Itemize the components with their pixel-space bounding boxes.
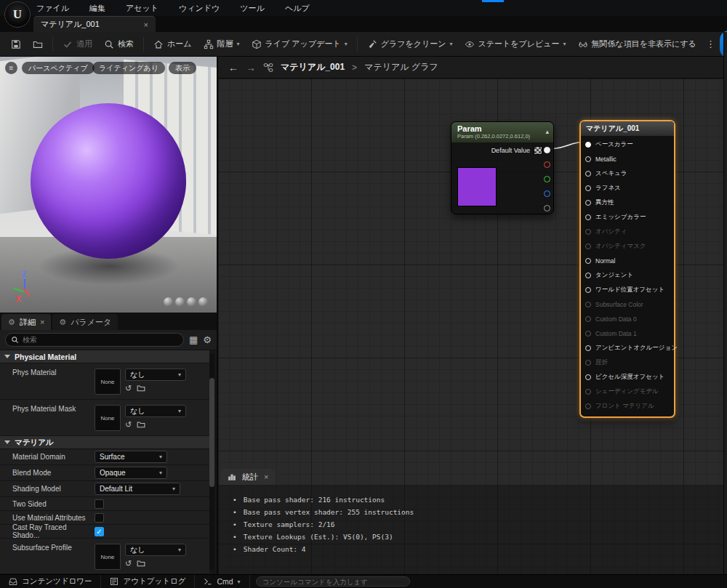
input-pin-icon[interactable] — [585, 287, 591, 293]
material-input-pin-row[interactable]: スペキュラ — [581, 166, 674, 181]
material-input-pin-row[interactable]: ベースカラー — [581, 137, 674, 152]
input-pin-icon[interactable] — [585, 389, 591, 395]
breadcrumb-current[interactable]: マテリアル グラフ — [364, 61, 438, 73]
preview-shape-sphere[interactable] — [175, 297, 185, 307]
two-sided-checkbox[interactable] — [95, 499, 104, 509]
details-search-box[interactable] — [5, 333, 184, 347]
use-selected-asset-icon[interactable]: ↺ — [125, 384, 132, 392]
preview-state-button[interactable]: ステートをプレビュー ▾ — [459, 36, 571, 52]
input-pin-icon[interactable] — [585, 374, 591, 380]
material-input-pin-row[interactable]: シェーディングモデル — [581, 384, 674, 399]
material-input-pin-row[interactable]: ピクセル深度オフセット — [581, 370, 674, 384]
input-pin-icon[interactable] — [585, 360, 591, 366]
input-pin-icon[interactable] — [585, 258, 591, 264]
gear-icon[interactable]: ⚙ — [203, 334, 212, 345]
material-input-pin-row[interactable]: アンビエントオクルージョン — [581, 341, 674, 355]
close-icon[interactable]: × — [264, 472, 268, 481]
clean-graph-button[interactable]: グラフをクリーン ▾ — [362, 36, 458, 52]
blend-mode-select[interactable]: Opaque ▾ — [95, 467, 167, 479]
material-input-pin-row[interactable]: Custom Data 0 — [581, 312, 674, 326]
menu-item[interactable]: ヘルプ — [285, 3, 310, 14]
preview-shape-cube[interactable] — [198, 297, 208, 307]
close-icon[interactable]: × — [40, 318, 44, 326]
use-material-attributes-checkbox[interactable] — [95, 513, 104, 523]
input-pin-icon[interactable] — [585, 273, 591, 278]
output-pin-rgb[interactable] — [544, 147, 550, 153]
subsurface-profile-select[interactable]: なし ▾ — [125, 544, 186, 556]
preview-shape-cylinder[interactable] — [164, 297, 173, 307]
use-selected-asset-icon[interactable]: ↺ — [125, 560, 132, 568]
hierarchy-button[interactable]: 階層 ▾ — [198, 36, 245, 52]
find-button[interactable]: 検索 — [99, 36, 139, 52]
material-input-pin-row[interactable]: 屈折 — [581, 355, 674, 370]
cast-ray-traced-shadows-checkbox[interactable] — [95, 527, 104, 536]
graph-canvas[interactable]: Param Param (0.262,0.0272,0.612,0) ▴ Def… — [218, 78, 727, 574]
output-pin-a[interactable] — [544, 205, 550, 212]
save-button[interactable] — [6, 36, 26, 52]
input-pin-icon[interactable] — [585, 331, 591, 337]
use-selected-asset-icon[interactable]: ↺ — [125, 421, 132, 429]
input-pin-icon[interactable] — [585, 345, 591, 351]
lit-mode-button[interactable]: ライティングあり — [92, 62, 165, 74]
preview-viewport[interactable]: ≡ パースペクティブ ライティングあり 表示 Z X — [0, 57, 218, 313]
unreal-logo-icon[interactable]: U — [4, 1, 31, 28]
perspective-button[interactable]: パースペクティブ — [22, 62, 95, 74]
param-node-header[interactable]: Param Param (0.262,0.0272,0.612,0) ▴ — [451, 122, 553, 142]
details-search-input[interactable] — [23, 336, 178, 344]
menu-item[interactable]: アセット — [126, 3, 158, 14]
details-scrollbar[interactable] — [209, 353, 214, 570]
material-input-pin-row[interactable]: エミッシブカラー — [581, 210, 674, 225]
toolbar-overflow-icon[interactable]: ⋮ — [703, 39, 718, 49]
input-pin-icon[interactable] — [585, 214, 591, 220]
browse-to-asset-button[interactable] — [28, 36, 48, 52]
section-material[interactable]: マテリアル — [0, 436, 209, 449]
section-physical-material[interactable]: Physical Material — [0, 350, 209, 363]
content-drawer-button[interactable]: コンテンツドロワー — [0, 575, 101, 588]
grid-view-icon[interactable]: ▦ — [189, 334, 198, 345]
viewport-menu-icon[interactable]: ≡ — [5, 62, 17, 74]
stats-tab[interactable]: 統計 × — [220, 469, 276, 485]
live-update-button[interactable]: ライブ アップデート ▾ — [246, 36, 353, 52]
home-button[interactable]: ホーム — [148, 36, 197, 52]
input-pin-icon[interactable] — [585, 229, 591, 235]
hide-unrelated-button[interactable]: 無関係な項目を非表示にする — [573, 36, 702, 52]
material-input-pin-row[interactable]: オパシティ — [581, 225, 674, 239]
tab-parameters[interactable]: ⚙ パラメータ — [52, 314, 118, 330]
forward-arrow-icon[interactable]: → — [246, 62, 256, 73]
param-color-swatch[interactable] — [457, 167, 497, 206]
menu-item[interactable]: ファイル — [36, 3, 69, 14]
phys-material-select[interactable]: なし ▾ — [125, 368, 186, 381]
material-input-pin-row[interactable]: フロント マテリアル — [581, 399, 674, 414]
material-result-node[interactable]: マテリアル_001 ベースカラー Metallic — [579, 120, 675, 418]
close-icon[interactable]: × — [144, 20, 148, 29]
output-pin-g[interactable] — [544, 176, 550, 182]
asset-thumbnail[interactable]: None — [95, 544, 121, 570]
input-pin-icon[interactable] — [585, 316, 591, 322]
input-pin-icon[interactable] — [585, 185, 591, 191]
menu-item[interactable]: ツール — [240, 3, 265, 14]
collapse-icon[interactable]: ▴ — [545, 128, 549, 135]
material-input-pin-row[interactable]: オパシティマスク — [581, 239, 674, 254]
input-pin-icon[interactable] — [585, 302, 591, 307]
output-pin-r[interactable] — [544, 161, 550, 168]
menu-item[interactable]: ウィンドウ — [179, 3, 220, 14]
material-input-pin-row[interactable]: ワールド位置オフセット — [581, 283, 674, 297]
apply-button[interactable]: 適用 — [57, 36, 97, 52]
scrollbar-thumb[interactable] — [209, 378, 214, 487]
tab-details[interactable]: ⚙ 詳細 × — [1, 314, 51, 330]
phys-material-mask-select[interactable]: なし ▾ — [125, 405, 186, 417]
input-pin-icon[interactable] — [585, 403, 591, 409]
alpha-checker-swatch[interactable] — [534, 146, 542, 155]
param-node[interactable]: Param Param (0.262,0.0272,0.612,0) ▴ Def… — [451, 121, 554, 214]
material-input-pin-row[interactable]: ラフネス — [581, 181, 674, 196]
asset-thumbnail[interactable]: None — [95, 368, 121, 395]
console-command-input[interactable] — [256, 576, 410, 587]
material-input-pin-row[interactable]: Normal — [581, 254, 674, 268]
tab-material-001[interactable]: マテリアル_001 × — [33, 16, 156, 32]
material-input-pin-row[interactable]: Subsurface Color — [581, 297, 674, 312]
material-input-pin-row[interactable]: 異方性 — [581, 196, 674, 210]
shading-model-select[interactable]: Default Lit ▾ — [95, 483, 180, 495]
asset-thumbnail[interactable]: None — [95, 405, 121, 431]
material-input-pin-row[interactable]: Metallic — [581, 152, 674, 166]
output-pin-b[interactable] — [544, 190, 550, 197]
